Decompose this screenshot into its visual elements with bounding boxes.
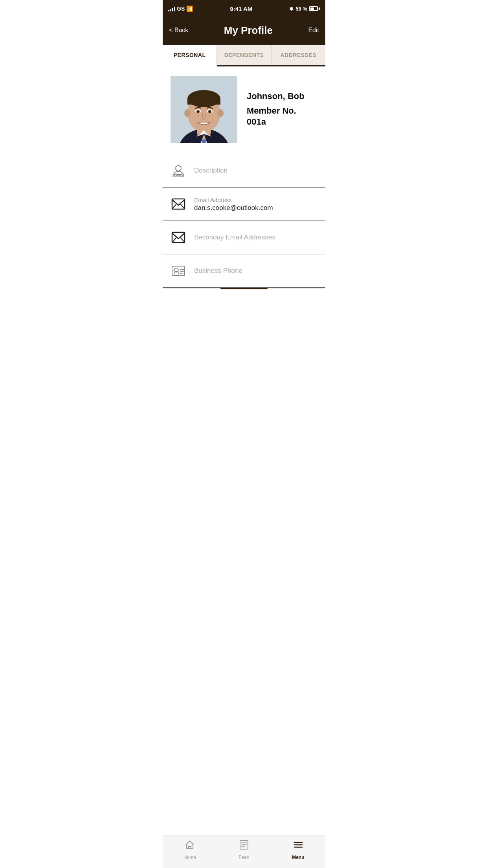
profile-photo[interactable] xyxy=(171,76,237,143)
tab-dependents[interactable]: DEPENDENTS xyxy=(217,45,271,65)
signal-bars xyxy=(168,6,175,11)
email-value: dan.s.cooke@outlook.com xyxy=(194,204,317,212)
bluetooth-icon: ✱ xyxy=(289,6,294,12)
back-button[interactable]: < Back xyxy=(169,27,188,34)
email-row[interactable]: Email Address dan.s.cooke@outlook.com xyxy=(163,188,325,221)
carrier-label: GS xyxy=(177,6,185,12)
battery-indicator xyxy=(309,6,320,11)
secondary-email-content: Seconday Email Addresses xyxy=(194,234,317,241)
profile-info: Johnson, Bob Member No. 001a xyxy=(247,91,317,128)
wifi-icon: 📶 xyxy=(186,6,193,12)
main-content: Johnson, Bob Member No. 001a Description xyxy=(163,66,325,329)
business-phone-row[interactable]: Business Phone xyxy=(163,254,325,288)
tab-addresses[interactable]: ADDRESSES xyxy=(272,45,325,65)
description-content: Description xyxy=(194,167,317,175)
edit-button[interactable]: Edit xyxy=(308,27,319,34)
contact-icon xyxy=(171,263,186,279)
secondary-email-row[interactable]: Seconday Email Addresses xyxy=(163,221,325,254)
battery-percent: 58 % xyxy=(295,6,307,12)
scroll-indicator-bar xyxy=(220,288,268,289)
profile-member-no: Member No. 001a xyxy=(247,105,317,128)
profile-name: Johnson, Bob xyxy=(247,91,317,102)
email-content: Email Address dan.s.cooke@outlook.com xyxy=(194,197,317,212)
svg-rect-8 xyxy=(187,99,220,105)
header: < Back My Profile Edit xyxy=(163,17,325,45)
svg-rect-23 xyxy=(172,232,185,243)
business-phone-content: Business Phone xyxy=(194,267,317,275)
person-icon xyxy=(171,163,186,178)
description-placeholder: Description xyxy=(194,167,317,175)
scroll-indicator xyxy=(163,288,325,289)
secondary-email-placeholder: Seconday Email Addresses xyxy=(194,234,317,241)
svg-point-10 xyxy=(217,109,224,117)
status-left: GS 📶 xyxy=(168,6,193,12)
email-icon xyxy=(171,196,186,212)
status-right: ✱ 58 % xyxy=(289,6,320,12)
tab-bar: PERSONAL DEPENDENTS ADDRESSES xyxy=(163,45,325,66)
status-time: 9:41 AM xyxy=(230,6,252,12)
status-bar: GS 📶 9:41 AM ✱ 58 % xyxy=(163,0,325,17)
tab-personal[interactable]: PERSONAL xyxy=(163,45,217,66)
svg-point-9 xyxy=(184,109,191,117)
svg-point-13 xyxy=(196,110,200,113)
page-title: My Profile xyxy=(188,24,308,37)
svg-point-14 xyxy=(208,110,211,113)
secondary-email-icon xyxy=(171,230,186,245)
svg-point-19 xyxy=(176,166,181,171)
svg-rect-22 xyxy=(172,199,185,209)
business-phone-placeholder: Business Phone xyxy=(194,267,317,275)
email-label: Email Address xyxy=(194,197,317,203)
profile-section: Johnson, Bob Member No. 001a xyxy=(163,66,325,154)
description-row[interactable]: Description xyxy=(163,154,325,188)
